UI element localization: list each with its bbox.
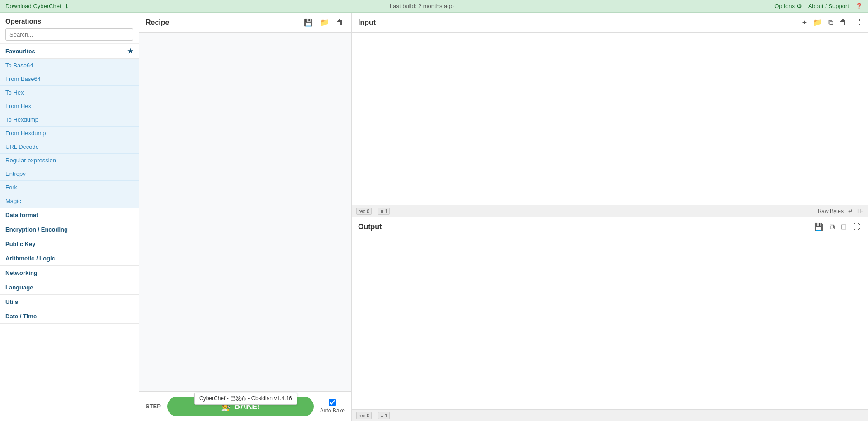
input-expand-button[interactable]: ⛶ (852, 17, 862, 28)
build-info: Last build: 2 months ago (390, 3, 454, 9)
tooltip-popup: CyberChef - 已发布 - Obsidian v1.4.16 (194, 393, 297, 405)
output-toolbar: 💾 ⧉ ⊟ ⛶ (813, 221, 862, 232)
main-layout: Operations Favourites ★ To Base64 From B… (0, 13, 868, 421)
recipe-save-button[interactable]: 💾 (302, 17, 314, 28)
op-regular-expression[interactable]: Regular expression (0, 154, 139, 167)
op-magic[interactable]: Magic (0, 194, 139, 208)
category-networking[interactable]: Networking (0, 266, 139, 280)
sidebar-content: Favourites ★ To Base64 From Base64 To He… (0, 44, 139, 421)
output-status-left: rec 0 ≡ 1 (356, 412, 390, 419)
op-to-hexdump[interactable]: To Hexdump (0, 113, 139, 127)
options-icon: ⚙ (797, 3, 802, 9)
about-link[interactable]: About / Support (808, 3, 849, 9)
op-url-decode[interactable]: URL Decode (0, 140, 139, 154)
sidebar: Operations Favourites ★ To Base64 From B… (0, 13, 139, 421)
status-right: Raw Bytes ↵ LF (818, 208, 863, 214)
op-fork[interactable]: Fork (0, 181, 139, 194)
input-load-button[interactable]: 📁 (811, 17, 823, 28)
download-link[interactable]: Download CyberChef (5, 3, 61, 9)
recipe-toolbar: 💾 📁 🗑 (302, 17, 345, 28)
top-bar: Download CyberChef ⬇ Last build: 2 month… (0, 0, 868, 13)
input-add-button[interactable]: + (801, 17, 808, 28)
input-clear-button[interactable]: 🗑 (838, 17, 848, 28)
operations-title: Operations (5, 17, 133, 25)
top-bar-right: Options ⚙ About / Support ❓ (774, 3, 863, 9)
op-to-hex[interactable]: To Hex (0, 86, 139, 99)
input-rec-badge: rec 0 (356, 208, 372, 215)
op-from-base64[interactable]: From Base64 (0, 72, 139, 86)
category-date-time[interactable]: Date / Time (0, 309, 139, 324)
op-entropy[interactable]: Entropy (0, 167, 139, 181)
output-expand-button[interactable]: ⛶ (852, 222, 862, 232)
download-section: Download CyberChef ⬇ (5, 3, 69, 9)
output-copy-button[interactable]: ⧉ (828, 222, 836, 232)
favourites-label: Favourites (5, 48, 35, 55)
auto-bake-label: Auto Bake (320, 407, 345, 414)
output-textarea[interactable] (352, 237, 868, 409)
star-icon: ★ (127, 47, 133, 55)
input-title: Input (358, 19, 376, 27)
lf-label: ↵ (848, 208, 853, 214)
recipe-panel: Recipe 💾 📁 🗑 STEP 👨‍🍳 BAKE! Auto Bake Cy… (139, 13, 352, 421)
sidebar-header: Operations (0, 13, 139, 44)
output-title: Output (358, 223, 382, 231)
output-header: Output 💾 ⧉ ⊟ ⛶ (352, 217, 868, 237)
output-status-bar: rec 0 ≡ 1 (352, 409, 868, 421)
output-lines-badge: ≡ 1 (378, 412, 390, 419)
category-public-key[interactable]: Public Key (0, 237, 139, 251)
category-favourites[interactable]: Favourites ★ (0, 44, 139, 59)
output-save-button[interactable]: 💾 (813, 221, 825, 232)
output-rec-badge: rec 0 (356, 412, 372, 419)
recipe-clear-button[interactable]: 🗑 (335, 17, 345, 28)
raw-bytes-label: Raw Bytes (818, 208, 844, 214)
recipe-content (139, 33, 351, 391)
auto-bake-checkbox[interactable] (329, 399, 336, 406)
output-section: Output 💾 ⧉ ⊟ ⛶ rec 0 ≡ 1 (352, 217, 868, 421)
op-to-base64[interactable]: To Base64 (0, 59, 139, 72)
input-lines-badge: ≡ 1 (378, 208, 390, 215)
output-restore-button[interactable]: ⊟ (840, 221, 848, 232)
category-utils[interactable]: Utils (0, 295, 139, 309)
io-panel: Input + 📁 ⧉ 🗑 ⛶ rec 0 ≡ 1 Raw Bytes ↵ (352, 13, 868, 421)
auto-bake-section: Auto Bake (320, 399, 345, 414)
input-section: Input + 📁 ⧉ 🗑 ⛶ rec 0 ≡ 1 Raw Bytes ↵ (352, 13, 868, 217)
input-toolbar: + 📁 ⧉ 🗑 ⛶ (801, 17, 862, 28)
input-header: Input + 📁 ⧉ 🗑 ⛶ (352, 13, 868, 33)
input-copy-button[interactable]: ⧉ (827, 17, 835, 28)
recipe-header: Recipe 💾 📁 🗑 (139, 13, 351, 33)
category-data-format[interactable]: Data format (0, 208, 139, 222)
recipe-title: Recipe (146, 19, 169, 27)
op-from-hexdump[interactable]: From Hexdump (0, 127, 139, 140)
lf-text: LF (857, 208, 863, 214)
op-from-hex[interactable]: From Hex (0, 99, 139, 113)
category-language[interactable]: Language (0, 280, 139, 295)
input-status-bar: rec 0 ≡ 1 Raw Bytes ↵ LF (352, 205, 868, 217)
status-left: rec 0 ≡ 1 (356, 208, 390, 215)
about-icon: ❓ (855, 3, 863, 9)
category-arithmetic-logic[interactable]: Arithmetic / Logic (0, 251, 139, 266)
search-input[interactable] (5, 28, 133, 41)
download-icon: ⬇ (64, 3, 69, 9)
recipe-load-button[interactable]: 📁 (319, 17, 330, 28)
options-link[interactable]: Options ⚙ (774, 3, 802, 9)
step-label: STEP (146, 403, 161, 410)
input-textarea[interactable] (352, 33, 868, 205)
category-encryption-encoding[interactable]: Encryption / Encoding (0, 222, 139, 237)
